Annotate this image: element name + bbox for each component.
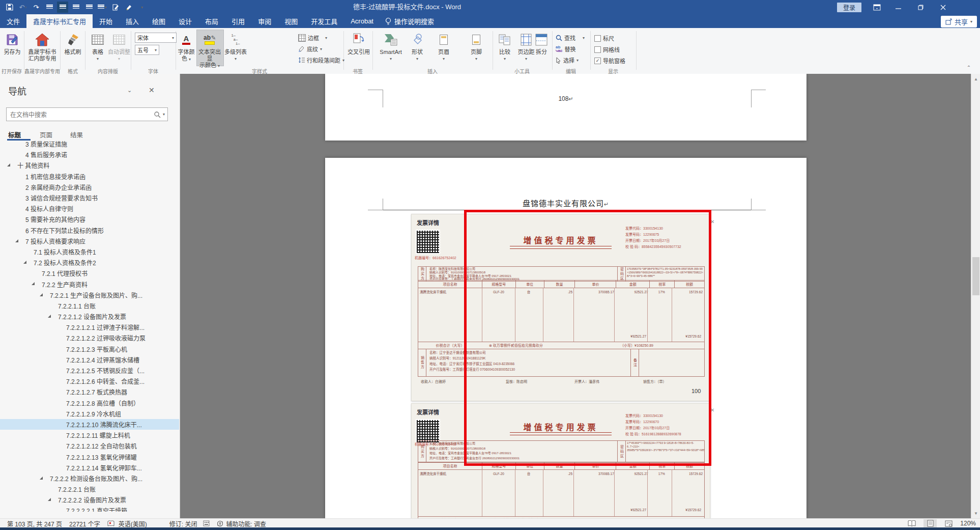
document-canvas[interactable]: 108↵ 盘锦德丰实业有限公司↵ 发票详情 机器编号：661626752402 … bbox=[180, 74, 971, 518]
tell-me-search[interactable]: 操作说明搜索 bbox=[380, 14, 439, 28]
nav-heading-item[interactable]: 7.2.2.1.2.9 冷水机组 bbox=[0, 408, 179, 419]
nav-heading-item[interactable]: 7.2.2.1.2.5 不锈钢反应釜（... bbox=[0, 365, 179, 376]
tab-home[interactable]: 开始 bbox=[93, 14, 119, 28]
scroll-up-icon[interactable]: ▲ bbox=[971, 75, 980, 83]
nav-heading-item[interactable]: 7.2.1 代理授权书 bbox=[0, 268, 179, 278]
brand-addin-button[interactable]: 鑫晟宇标书 汇内部专用 bbox=[26, 32, 58, 62]
shapes-button[interactable]: 形状 ▾ bbox=[407, 32, 427, 62]
replace-button[interactable]: ab⤷ac 替换 bbox=[556, 45, 575, 53]
tab-references[interactable]: 引用 bbox=[225, 14, 251, 28]
nav-heading-item[interactable]: 4 投标人自律守则 bbox=[0, 203, 179, 214]
compare-button[interactable]: 比较 ▾ bbox=[495, 32, 515, 62]
tab-review[interactable]: 审阅 bbox=[251, 14, 278, 28]
nav-heading-item[interactable]: 7.2.2.1.2.1 过钾渣子料溶解... bbox=[0, 322, 179, 332]
nav-tab-results[interactable]: 结果 bbox=[70, 130, 83, 140]
line-spacing-icon[interactable]: ▾ bbox=[97, 2, 108, 13]
web-layout-icon[interactable] bbox=[942, 519, 955, 527]
justify-icon[interactable] bbox=[83, 2, 95, 13]
font-color-button[interactable]: A 字体颜 色 ▾ bbox=[177, 32, 195, 63]
nav-heading-item[interactable]: 7.2.2.1.2.12 全自动包装机 bbox=[0, 440, 179, 451]
nav-heading-item[interactable]: 7 投标人资格要求响应 bbox=[0, 236, 179, 246]
nav-heading-item[interactable]: 7.2.2.1.2.7 板式换热器 bbox=[0, 386, 179, 397]
gridlines-checkbox[interactable]: 网格线 bbox=[594, 45, 620, 53]
nav-tab-pages[interactable]: 页面 bbox=[40, 130, 52, 140]
nav-heading-item[interactable]: 5 需要补充的其他内容 bbox=[0, 214, 179, 225]
expand-triangle-icon[interactable] bbox=[40, 477, 43, 480]
nav-heading-item[interactable]: 7.2.2.1 生产设备台账及图片、购... bbox=[0, 290, 179, 300]
ruler-checkbox[interactable]: 标尺 bbox=[594, 34, 614, 42]
nav-heading-item[interactable]: 十 其他资料 bbox=[0, 160, 179, 171]
nav-heading-item[interactable]: 7.2.2.2.2 设备图片及发票 bbox=[0, 494, 179, 505]
share-button[interactable]: 共享 ▾ bbox=[941, 16, 977, 27]
navigation-pane-checkbox[interactable]: ✓ 导航窗格 bbox=[594, 57, 625, 65]
nav-heading-item[interactable]: 7.1 投标人资格及条件1 bbox=[0, 246, 179, 257]
save-icon[interactable] bbox=[4, 2, 15, 13]
smartart-button[interactable]: SmartArt ▾ bbox=[378, 32, 404, 62]
select-button[interactable]: 选择▾ bbox=[556, 56, 579, 64]
tab-insert[interactable]: 插入 bbox=[119, 14, 146, 28]
edit-signature-icon[interactable] bbox=[110, 2, 121, 13]
scrollbar-thumb[interactable] bbox=[972, 257, 979, 295]
table-button[interactable]: 表格 ▾ bbox=[88, 32, 108, 62]
footer-button[interactable]: 页脚 ▾ bbox=[466, 32, 486, 62]
nav-pane-close-icon[interactable]: ✕ bbox=[149, 86, 155, 94]
ribbon-display-options-icon[interactable] bbox=[868, 0, 885, 14]
nav-heading-item[interactable]: 7.2.2.1.2.11 螺旋上料机 bbox=[0, 430, 179, 440]
close-button[interactable] bbox=[934, 0, 952, 14]
nav-heading-item[interactable]: 7.2.2.1.2.4 过钾蒸馏水储槽 bbox=[0, 354, 179, 365]
format-painter-button[interactable]: 格式刷 bbox=[62, 32, 84, 55]
restore-button[interactable] bbox=[912, 0, 929, 14]
nav-pane-chevron-icon[interactable]: ⌄ bbox=[127, 87, 132, 94]
expand-triangle-icon[interactable] bbox=[7, 163, 10, 166]
nav-heading-item[interactable]: 7.2.2 生产商资料 bbox=[0, 278, 179, 289]
tab-design[interactable]: 设计 bbox=[172, 14, 198, 28]
tab-acrobat[interactable]: Acrobat bbox=[344, 14, 380, 28]
nav-heading-item[interactable]: 3 诚信合规经营要求告知书 bbox=[0, 192, 179, 203]
nav-heading-item[interactable]: 7.2.2.1.2.2 过钾吸收液磁力泵 bbox=[0, 332, 179, 343]
nav-heading-item[interactable]: 7.2.2.1.2.10 沸腾流化床干... bbox=[0, 419, 179, 430]
status-word-count[interactable]: 22721 个字 bbox=[69, 519, 100, 528]
align-center-icon[interactable] bbox=[57, 2, 68, 13]
nav-search-input[interactable]: 在文档中搜索 ▾ bbox=[6, 107, 168, 121]
tab-draw[interactable]: 绘图 bbox=[146, 14, 172, 28]
shading-button[interactable]: 底纹▾ bbox=[298, 45, 322, 53]
nav-heading-item[interactable]: 2 亲属经商办企业承诺函 bbox=[0, 182, 179, 192]
tab-developer[interactable]: 开发工具 bbox=[304, 14, 344, 28]
collapse-ribbon-icon[interactable]: ⌃ bbox=[964, 64, 974, 71]
undo-icon[interactable]: ↶▾ bbox=[17, 2, 28, 13]
insert-mode-icon[interactable] bbox=[203, 520, 210, 526]
expand-triangle-icon[interactable] bbox=[15, 239, 18, 242]
nav-heading-item[interactable]: 7.2.2.1.1 台账 bbox=[0, 300, 179, 311]
text-highlight-button[interactable]: ab✏ 文本突出显 示颜色 ▾ bbox=[196, 32, 223, 69]
tab-view[interactable]: 视图 bbox=[278, 14, 304, 28]
find-button[interactable]: 查找▾ bbox=[556, 34, 585, 42]
document-page-current[interactable]: 盘锦德丰实业有限公司↵ 发票详情 机器编号：661626752402 增值税专用… bbox=[325, 158, 806, 518]
expand-triangle-icon[interactable] bbox=[23, 261, 26, 264]
font-name-combo[interactable]: 宋体▾ bbox=[135, 33, 177, 43]
accessibility-status[interactable]: 辅助功能: 调查 bbox=[217, 519, 266, 528]
align-left-icon[interactable] bbox=[44, 2, 55, 13]
highlighter-icon[interactable] bbox=[123, 2, 134, 13]
read-mode-icon[interactable] bbox=[905, 519, 918, 527]
tab-custom-addin[interactable]: 鑫晟宇标书汇专用 bbox=[26, 14, 93, 28]
status-track-changes[interactable]: 修订: 关闭 bbox=[169, 519, 197, 528]
document-page-previous[interactable]: 108↵ bbox=[325, 74, 806, 141]
scroll-down-icon[interactable]: ▼ bbox=[971, 509, 980, 517]
proofing-error-icon[interactable] bbox=[107, 520, 114, 527]
autofit-button[interactable]: 自动调整 ▾ bbox=[108, 32, 130, 62]
expand-triangle-icon[interactable] bbox=[48, 498, 51, 501]
status-language[interactable]: 英语(美国) bbox=[119, 519, 147, 528]
customize-quick-access-icon[interactable]: ▾ bbox=[136, 2, 148, 13]
nav-heading-item[interactable]: 7.2 投标人资格及条件2 bbox=[0, 257, 179, 268]
nav-heading-item[interactable]: 7.2.2.1.2.6 中转釜、合成釜... bbox=[0, 376, 179, 386]
nav-heading-item[interactable]: 7.2.2.2 检测设备台账及图片、购... bbox=[0, 473, 179, 484]
nav-heading-item[interactable]: 6 不存在下列禁止投标的情形 bbox=[0, 225, 179, 236]
minimize-button[interactable] bbox=[889, 0, 907, 14]
font-size-combo[interactable]: 五号▾ bbox=[135, 45, 159, 55]
nav-tab-headings[interactable]: 标题 bbox=[8, 130, 21, 140]
nav-heading-item[interactable]: 7.2.2.1.2.3 平板离心机 bbox=[0, 344, 179, 354]
redo-icon[interactable]: ↷ bbox=[31, 2, 42, 13]
multilevel-list-button[interactable]: 1— a— i— 多级列表 ▾ bbox=[224, 32, 247, 62]
align-right-icon[interactable] bbox=[70, 2, 81, 13]
vertical-scrollbar[interactable]: ▲ ▼ bbox=[971, 74, 980, 518]
